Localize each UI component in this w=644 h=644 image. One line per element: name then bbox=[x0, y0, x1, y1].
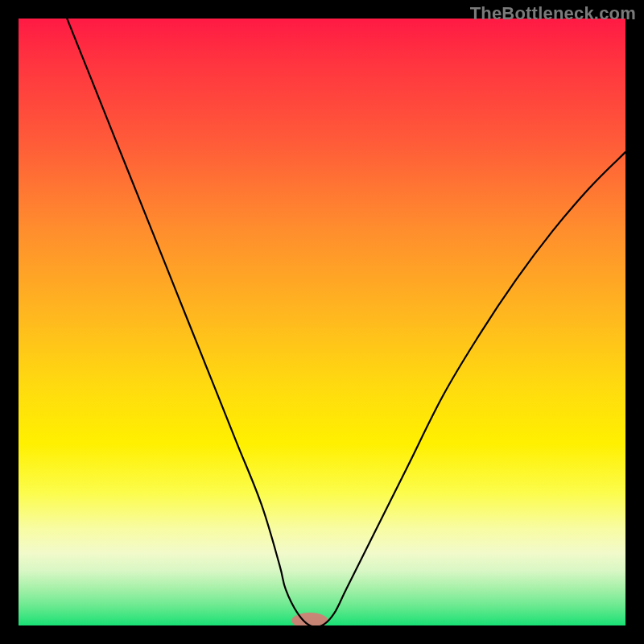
plot-area bbox=[19, 19, 625, 625]
min-basin-marker bbox=[291, 613, 328, 625]
chart-svg bbox=[19, 19, 625, 625]
bottleneck-curve bbox=[67, 19, 625, 625]
watermark-text: TheBottleneck.com bbox=[470, 3, 636, 24]
chart-frame: TheBottleneck.com bbox=[0, 0, 644, 644]
